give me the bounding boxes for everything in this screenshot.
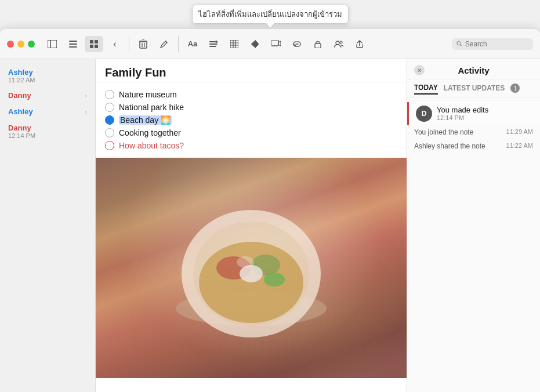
activity-item-time-1: 12:14 PM xyxy=(437,114,533,121)
svg-rect-15 xyxy=(209,41,215,42)
activity-panel: ✕ Activity TODAY LATEST UPDATES 1 D You … xyxy=(407,59,540,392)
content-area: Ashley 11:22 AM Danny › Ashley › Danny 1… xyxy=(0,59,540,392)
svg-point-45 xyxy=(237,256,254,268)
svg-line-14 xyxy=(166,41,168,43)
activity-title: Activity xyxy=(425,66,523,75)
sidebar-item-danny-1[interactable]: Danny › xyxy=(2,88,93,103)
tooltip: ไฮไลท์สิ่งที่เพิ่มและเปลี่ยนแปลงจากผู้เข… xyxy=(192,5,349,28)
food-image xyxy=(96,158,407,378)
close-button[interactable] xyxy=(7,41,14,48)
trash-icon xyxy=(139,39,147,49)
check-circle-5[interactable] xyxy=(105,141,114,150)
link-button[interactable] xyxy=(288,36,306,52)
activity-item-1: D You made edits 12:14 PM xyxy=(407,102,540,125)
chevron-left-icon: ‹ xyxy=(113,39,116,49)
tab-latest-updates[interactable]: LATEST UPDATES xyxy=(444,82,505,94)
svg-rect-9 xyxy=(140,42,147,48)
svg-rect-4 xyxy=(69,46,77,48)
tooltip-text: ไฮไลท์สิ่งที่เพิ่มและเปลี่ยนแปลงจากผู้เข… xyxy=(192,5,349,24)
svg-rect-7 xyxy=(90,45,93,48)
svg-rect-0 xyxy=(48,40,57,48)
sidebar-item-ashley-1[interactable]: Ashley 11:22 AM xyxy=(2,64,93,87)
sidebar-item-danny-2[interactable]: Danny 12:14 PM xyxy=(2,120,93,143)
sidebar-time-ashley-1: 11:22 AM xyxy=(8,77,87,84)
sidebar-name-danny-1: Danny xyxy=(8,91,31,100)
check-circle-4[interactable] xyxy=(105,128,114,137)
traffic-lights xyxy=(7,41,35,48)
checklist-item-3: Beach day 🌅 xyxy=(105,114,397,126)
check-circle-2[interactable] xyxy=(105,103,114,112)
checklist-icon xyxy=(209,40,218,48)
note-area: Family Fun Nature museum National park h… xyxy=(96,59,407,392)
activity-tabs: TODAY LATEST UPDATES 1 xyxy=(407,79,540,97)
check-circle-1[interactable] xyxy=(105,90,114,99)
check-circle-3[interactable] xyxy=(105,115,114,125)
activity-time-2: 11:29 AM xyxy=(506,128,533,136)
people-icon xyxy=(334,41,343,48)
checklist-text-4: Cooking together xyxy=(119,128,181,137)
sidebar-name-ashley-2: Ashley xyxy=(8,107,33,116)
chevron-right-icon-ashley-2: › xyxy=(85,108,87,115)
sidebar-row-ashley-2: Ashley › xyxy=(8,107,87,116)
tooltip-arrow xyxy=(266,23,274,28)
share-icon xyxy=(356,40,364,48)
activity-close-button[interactable]: ✕ xyxy=(414,65,425,75)
svg-point-18 xyxy=(215,41,218,43)
sidebar-time-danny-2: 12:14 PM xyxy=(8,132,87,139)
toolbar-separator-2 xyxy=(178,36,179,52)
search-box xyxy=(452,38,533,50)
table-button[interactable] xyxy=(225,36,244,52)
edit-button[interactable] xyxy=(155,36,173,52)
chevron-right-icon-danny-1: › xyxy=(85,92,87,99)
svg-rect-17 xyxy=(209,46,216,47)
activity-item-text-1: You made edits xyxy=(437,106,533,114)
checklist-item-2: National park hike xyxy=(105,101,397,114)
list-view-button[interactable] xyxy=(64,36,82,52)
activity-time-3: 11:22 AM xyxy=(506,142,533,150)
activity-item-content-1: You made edits 12:14 PM xyxy=(437,106,533,121)
svg-rect-5 xyxy=(90,40,93,43)
delete-button[interactable] xyxy=(134,36,153,52)
checklist-text-1: Nature museum xyxy=(119,90,177,99)
checklist: Nature museum National park hike Beach d… xyxy=(96,82,407,158)
svg-point-33 xyxy=(336,41,339,45)
svg-rect-8 xyxy=(95,45,98,48)
sidebar-icon xyxy=(48,40,57,48)
fullscreen-button[interactable] xyxy=(28,41,35,48)
minimize-button[interactable] xyxy=(17,41,24,48)
sidebar-item-ashley-2[interactable]: Ashley › xyxy=(2,104,93,119)
link-icon xyxy=(292,41,302,47)
text-format-icon: Aa xyxy=(188,39,198,48)
audio-button[interactable] xyxy=(246,36,264,52)
svg-rect-32 xyxy=(315,43,321,48)
activity-text-2: You joined the note xyxy=(414,128,473,136)
share-collaborators-button[interactable] xyxy=(329,36,348,52)
table-icon xyxy=(230,40,238,48)
sidebar-toggle-button[interactable] xyxy=(43,36,61,52)
share-button[interactable] xyxy=(350,36,369,52)
tab-today[interactable]: TODAY xyxy=(414,82,438,95)
lock-button[interactable] xyxy=(309,36,327,52)
checklist-text-2: National park hike xyxy=(119,103,184,112)
grid-view-button[interactable] xyxy=(85,36,103,52)
format-text-button[interactable]: Aa xyxy=(183,36,202,52)
note-content[interactable]: Nature museum National park hike Beach d… xyxy=(96,82,407,392)
activity-text-3: Ashley shared the note xyxy=(414,142,485,150)
note-title: Family Fun xyxy=(96,59,407,82)
sidebar-row-danny-1: Danny › xyxy=(8,91,87,100)
lock-icon xyxy=(314,40,321,48)
svg-line-36 xyxy=(461,45,462,46)
activity-item-3: Ashley shared the note 11:22 AM xyxy=(407,139,540,153)
activity-header: ✕ Activity xyxy=(407,59,540,79)
media-button[interactable] xyxy=(267,36,285,52)
sidebar: Ashley 11:22 AM Danny › Ashley › Danny 1… xyxy=(0,59,96,392)
pencil-icon xyxy=(160,40,168,48)
svg-rect-3 xyxy=(69,43,77,45)
checklist-button[interactable] xyxy=(204,36,223,52)
back-button[interactable]: ‹ xyxy=(106,36,124,52)
main-window: ‹ Aa xyxy=(0,29,540,392)
waveform-icon xyxy=(251,40,259,48)
svg-point-34 xyxy=(340,41,342,43)
svg-rect-31 xyxy=(271,40,278,46)
search-input[interactable] xyxy=(465,40,528,48)
